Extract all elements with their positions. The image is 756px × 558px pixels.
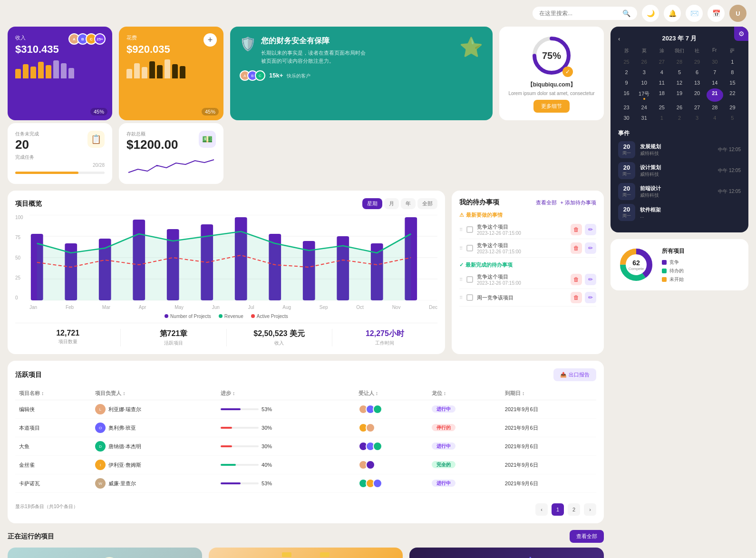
cal-today[interactable]: 21 xyxy=(707,88,723,102)
cal-day[interactable]: 3 xyxy=(636,67,652,77)
expense-percent: 45% xyxy=(202,108,219,115)
xl-dec: Dec xyxy=(429,305,437,310)
page-1-button[interactable]: 1 xyxy=(552,503,564,516)
tab-week[interactable]: 星期 xyxy=(362,198,382,209)
theme-toggle[interactable]: 🌙 xyxy=(642,5,659,22)
tab-year[interactable]: 年 xyxy=(401,198,416,209)
more-details-button[interactable]: 更多细节 xyxy=(533,100,570,113)
mail-icon[interactable]: ✉️ xyxy=(686,5,703,22)
cal-day[interactable]: 29 xyxy=(724,103,741,112)
next-page-button[interactable]: › xyxy=(584,503,596,516)
cal-day[interactable]: 7 xyxy=(707,67,723,77)
cal-day[interactable]: 15 xyxy=(724,78,741,87)
edit-todo-3[interactable]: ✏ xyxy=(585,274,596,285)
cal-day[interactable]: 16 xyxy=(618,88,635,102)
cal-day[interactable]: 1 xyxy=(653,113,670,123)
cal-day[interactable]: 8 xyxy=(724,67,741,77)
middle-row: 项目概览 星期 月 年 全部 100 75 50 25 0 xyxy=(8,191,604,354)
cal-day[interactable]: 1 xyxy=(724,57,741,67)
cal-day[interactable]: 5 xyxy=(671,67,688,77)
sort-due[interactable]: ↕ xyxy=(522,390,525,396)
notifications-icon[interactable]: 🔔 xyxy=(664,5,681,22)
export-button[interactable]: 📤 出口报告 xyxy=(553,368,596,381)
cal-day[interactable]: 27 xyxy=(689,103,706,112)
cal-day[interactable]: 23 xyxy=(618,103,635,112)
sort-status[interactable]: ↕ xyxy=(444,390,446,396)
delete-todo-3[interactable]: 🗑 xyxy=(571,274,582,285)
tab-month[interactable]: 月 xyxy=(384,198,399,209)
cal-day[interactable]: 25 xyxy=(653,103,670,112)
view-all-link[interactable]: 查看全部 xyxy=(536,199,557,206)
edit-todo-2[interactable]: ✏ xyxy=(585,242,596,254)
calendar-settings-icon[interactable]: ⚙ xyxy=(734,27,748,41)
cal-day[interactable]: 6 xyxy=(689,67,706,77)
cal-day[interactable]: 26 xyxy=(636,57,652,67)
cal-day[interactable]: 14 xyxy=(707,78,723,87)
cal-day[interactable]: 28 xyxy=(671,57,688,67)
cal-day[interactable]: 26 xyxy=(671,103,688,112)
cal-day[interactable]: 28 xyxy=(707,103,723,112)
sort-progress[interactable]: ↕ xyxy=(233,390,235,396)
cal-day[interactable]: 2 xyxy=(671,113,688,123)
page-2-button[interactable]: 2 xyxy=(568,503,580,516)
cal-prev[interactable]: ‹ xyxy=(618,35,620,42)
add-expense-button[interactable]: + xyxy=(204,33,217,47)
cal-day-event[interactable]: 17号 xyxy=(636,88,652,102)
delete-todo-1[interactable]: 🗑 xyxy=(571,224,582,235)
cal-day[interactable]: 30 xyxy=(707,57,723,67)
cal-day[interactable]: 22 xyxy=(724,88,741,102)
todo-item-2: ⠿ 竞争这个项目 2023-12-26 07:15:00 🗑 ✏ xyxy=(459,239,596,258)
cal-day[interactable]: 31 xyxy=(636,113,652,123)
tab-all[interactable]: 全部 xyxy=(417,198,437,209)
delete-todo-2[interactable]: 🗑 xyxy=(571,242,582,254)
checkbox-2[interactable] xyxy=(466,245,473,251)
cal-day[interactable]: 25 xyxy=(618,57,635,67)
xl-nov: Nov xyxy=(392,305,401,310)
cal-day[interactable]: 4 xyxy=(653,67,670,77)
cal-day[interactable]: 29 xyxy=(689,57,706,67)
cal-day[interactable]: 5 xyxy=(724,113,741,123)
cal-day[interactable]: 30 xyxy=(618,113,635,123)
checkbox-1[interactable] xyxy=(466,226,473,233)
day-mo: 莫 xyxy=(636,48,653,54)
row1-bar xyxy=(221,408,259,410)
edit-todo-1[interactable]: ✏ xyxy=(585,224,596,235)
sort-name[interactable]: ↕ xyxy=(41,390,44,396)
todo-text-4: 周一竞争该项目 xyxy=(477,294,567,301)
xl-jan: Jan xyxy=(29,305,37,310)
search-input[interactable] xyxy=(539,10,619,17)
cal-day[interactable]: 4 xyxy=(707,113,723,123)
add-todo-link[interactable]: + 添加待办事项 xyxy=(561,199,596,206)
cal-day[interactable]: 18 xyxy=(653,88,670,102)
running-header: 正在运行的项目 查看全部 xyxy=(8,530,604,543)
cal-day[interactable]: 9 xyxy=(618,78,635,87)
cal-day[interactable]: 20 xyxy=(689,88,706,102)
cal-day[interactable]: 19 xyxy=(671,88,688,102)
cal-day[interactable]: 27 xyxy=(653,57,670,67)
edit-todo-4[interactable]: ✏ xyxy=(585,292,596,303)
calendar-icon[interactable]: 📅 xyxy=(708,5,725,22)
cal-grid: 25 26 27 28 29 30 1 2 3 4 5 6 7 8 9 10 1 xyxy=(618,57,741,123)
cal-day[interactable]: 12 xyxy=(671,78,688,87)
user-avatar[interactable]: U xyxy=(729,5,746,22)
delete-todo-4[interactable]: 🗑 xyxy=(571,292,582,303)
table-row: 本道项目 O 奥利弗·班亚 30% xyxy=(15,419,596,437)
cal-day[interactable]: 11 xyxy=(653,78,670,87)
bar-8 xyxy=(68,68,74,78)
xl-feb: Feb xyxy=(66,305,74,310)
view-all-running-button[interactable]: 查看全部 xyxy=(570,530,604,543)
row1-manager: L 利亚娜·瑞查尔 xyxy=(91,400,217,419)
assignee-av xyxy=(373,479,382,488)
checkbox-3[interactable] xyxy=(466,276,473,283)
stat-active-value: 第721章 xyxy=(121,329,226,339)
cal-day[interactable]: 13 xyxy=(689,78,706,87)
donut-title: 所有项目 xyxy=(662,247,742,255)
cal-day[interactable]: 2 xyxy=(618,67,635,77)
checkbox-4[interactable] xyxy=(466,294,473,301)
sort-assignee[interactable]: ↕ xyxy=(376,390,378,396)
cal-day[interactable]: 3 xyxy=(689,113,706,123)
prev-page-button[interactable]: ‹ xyxy=(535,503,548,516)
sort-manager[interactable]: ↕ xyxy=(123,390,126,396)
cal-day[interactable]: 24 xyxy=(636,103,652,112)
cal-day[interactable]: 10 xyxy=(636,78,652,87)
